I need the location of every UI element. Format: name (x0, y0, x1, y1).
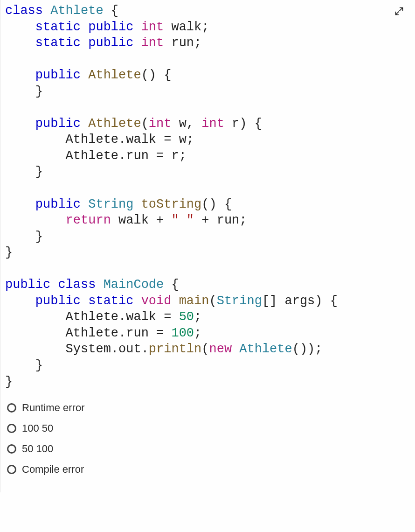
code-token: int (149, 117, 179, 131)
code-token: () { (141, 68, 172, 82)
code-token (5, 117, 35, 131)
code-token: Athlete.run = r; (5, 149, 187, 163)
code-token (5, 20, 35, 34)
code-token: public (35, 117, 88, 131)
code-token: } (5, 84, 43, 98)
code-token: int (201, 117, 232, 131)
code-token: public (35, 294, 88, 308)
code-token: Athlete (88, 117, 141, 131)
answer-option-label: Runtime error (22, 402, 84, 414)
code-token: public (88, 36, 141, 50)
expand-icon (394, 7, 404, 16)
code-token (5, 213, 66, 227)
code-token: walk; (171, 20, 209, 34)
answer-options: Runtime error100 5050 100Compile error (5, 402, 410, 476)
code-token: public (35, 197, 88, 211)
radio-icon[interactable] (7, 424, 16, 433)
code-token (5, 36, 35, 50)
code-token: void (141, 294, 179, 308)
code-token: + run; (194, 213, 247, 227)
radio-icon[interactable] (7, 465, 16, 474)
answer-option[interactable]: Runtime error (7, 402, 410, 414)
code-token: } (5, 245, 13, 259)
code-token (5, 197, 35, 211)
code-token: String (88, 197, 133, 211)
code-token: [] args) { (262, 294, 338, 308)
code-token: MainCode (104, 278, 164, 292)
code-token: println (149, 342, 201, 356)
code-token: public (35, 68, 88, 82)
code-token (133, 197, 141, 211)
code-token: toString (141, 197, 202, 211)
code-token: ; (194, 326, 201, 340)
code-token: Athlete (50, 4, 103, 18)
expand-button[interactable] (394, 7, 404, 16)
code-token: ( (209, 294, 216, 308)
radio-icon[interactable] (7, 444, 16, 454)
answer-option-label: 100 50 (22, 422, 53, 434)
code-token: } (5, 358, 43, 372)
code-token: Athlete.walk = w; (5, 133, 194, 147)
code-token: { (164, 278, 179, 292)
answer-option[interactable]: Compile error (7, 463, 410, 476)
code-token: } (5, 230, 43, 244)
code-token: " " (171, 213, 194, 227)
code-token: static (35, 20, 88, 34)
answer-option-label: Compile error (22, 463, 84, 476)
code-token: System.out. (5, 342, 149, 356)
code-token: r) { (232, 117, 262, 131)
code-token: Athlete (239, 342, 292, 356)
code-token: class (58, 278, 103, 292)
code-token: run; (171, 36, 201, 50)
code-token: ()); (292, 342, 323, 356)
radio-icon[interactable] (7, 403, 16, 413)
code-token: public (88, 20, 141, 34)
code-token: int (141, 20, 172, 34)
code-token: Athlete.walk = (5, 310, 179, 324)
answer-option[interactable]: 100 50 (7, 422, 410, 434)
code-block: class Athlete { static public int walk; … (5, 3, 410, 390)
code-token (5, 294, 35, 308)
answer-option-label: 50 100 (22, 443, 53, 455)
code-token: () { (201, 197, 232, 211)
code-token: String (217, 294, 262, 308)
code-token: Athlete.run = (5, 326, 171, 340)
question-container: class Athlete { static public int walk; … (0, 0, 415, 492)
code-token: walk + (118, 213, 171, 227)
code-token: w, (179, 117, 202, 131)
code-token: new (209, 342, 239, 356)
code-token: 100 (171, 326, 194, 340)
code-token: return (66, 213, 118, 227)
code-token: ( (201, 342, 209, 356)
code-token (5, 68, 35, 82)
code-token: static (35, 36, 88, 50)
answer-option[interactable]: 50 100 (7, 443, 410, 455)
code-token: { (104, 4, 118, 18)
code-token: 50 (179, 310, 194, 324)
code-token: main (179, 294, 209, 308)
code-token: int (141, 36, 172, 50)
code-token: } (5, 375, 13, 389)
code-token: ( (141, 117, 149, 131)
code-token: class (5, 4, 50, 18)
code-token: } (5, 165, 43, 179)
code-token: public (5, 278, 58, 292)
code-token: ; (194, 310, 201, 324)
code-token: static (88, 294, 141, 308)
code-token: Athlete (88, 68, 141, 82)
